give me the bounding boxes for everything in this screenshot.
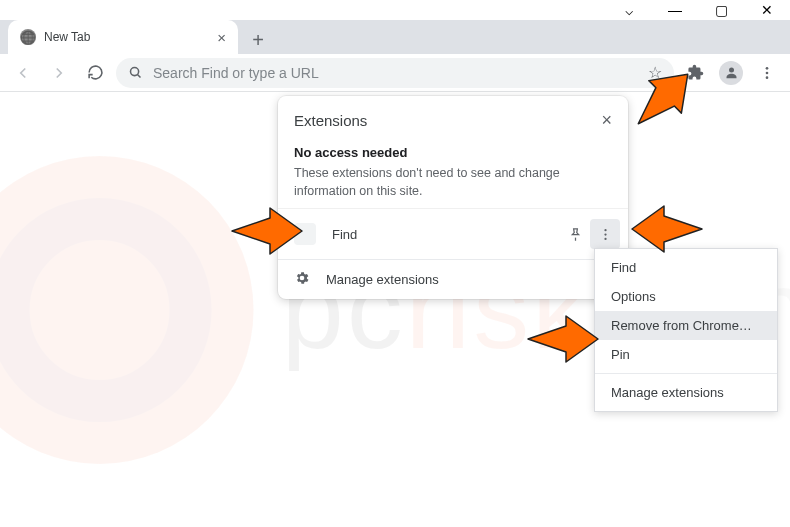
- svg-point-2: [766, 67, 769, 70]
- close-icon[interactable]: ×: [601, 110, 612, 131]
- extensions-popup: Extensions × No access needed These exte…: [278, 96, 628, 299]
- svg-point-3: [766, 71, 769, 74]
- ctx-item-pin[interactable]: Pin: [595, 340, 777, 369]
- svg-point-7: [604, 238, 606, 240]
- pin-icon: [568, 227, 583, 242]
- reload-icon: [87, 64, 104, 81]
- extension-row[interactable]: Find: [278, 208, 628, 259]
- extension-favicon: [294, 223, 316, 245]
- svg-point-6: [604, 233, 606, 235]
- omnibox-placeholder: Search Find or type a URL: [153, 65, 638, 81]
- kebab-icon: [598, 227, 613, 242]
- gear-icon: [294, 270, 310, 289]
- forward-icon: [50, 64, 68, 82]
- bookmark-star-icon[interactable]: ☆: [648, 63, 662, 82]
- search-icon: [128, 65, 143, 80]
- close-window-button[interactable]: ✕: [744, 0, 790, 20]
- new-tab-button[interactable]: +: [244, 26, 272, 54]
- extensions-button[interactable]: [680, 58, 710, 88]
- menu-button[interactable]: [752, 58, 782, 88]
- ctx-item-find[interactable]: Find: [595, 253, 777, 282]
- reload-button[interactable]: [80, 58, 110, 88]
- svg-point-1: [729, 68, 734, 73]
- profile-avatar-icon: [719, 61, 743, 85]
- window-controls: ⌵ — ▢ ✕: [606, 0, 790, 20]
- manage-extensions-label: Manage extensions: [326, 272, 439, 287]
- close-tab-icon[interactable]: ×: [217, 29, 226, 46]
- minimize-button[interactable]: —: [652, 0, 698, 20]
- extensions-section-heading: No access needed: [294, 145, 612, 160]
- maximize-button[interactable]: ▢: [698, 0, 744, 20]
- forward-button[interactable]: [44, 58, 74, 88]
- tab-strip: New Tab × +: [0, 20, 790, 54]
- caption-dropdown[interactable]: ⌵: [606, 0, 652, 20]
- kebab-icon: [759, 65, 775, 81]
- puzzle-icon: [687, 64, 704, 81]
- back-icon: [14, 64, 32, 82]
- svg-point-0: [131, 68, 139, 76]
- tab-title: New Tab: [44, 30, 209, 44]
- extension-name: Find: [332, 227, 560, 242]
- extensions-popup-footer[interactable]: Manage extensions: [278, 259, 628, 299]
- browser-tab[interactable]: New Tab ×: [8, 20, 238, 54]
- toolbar: Search Find or type a URL ☆: [0, 54, 790, 92]
- omnibox[interactable]: Search Find or type a URL ☆: [116, 58, 674, 88]
- back-button[interactable]: [8, 58, 38, 88]
- extension-more-button[interactable]: [590, 219, 620, 249]
- context-menu: Find Options Remove from Chrome… Pin Man…: [594, 248, 778, 412]
- ctx-item-remove[interactable]: Remove from Chrome…: [595, 311, 777, 340]
- svg-point-4: [766, 76, 769, 79]
- pin-extension-button[interactable]: [560, 219, 590, 249]
- profile-button[interactable]: [716, 58, 746, 88]
- ctx-item-options[interactable]: Options: [595, 282, 777, 311]
- ctx-separator: [595, 373, 777, 374]
- svg-point-5: [604, 229, 606, 231]
- globe-icon: [20, 29, 36, 45]
- ctx-item-manage[interactable]: Manage extensions: [595, 378, 777, 407]
- extensions-section-desc: These extensions don't need to see and c…: [294, 164, 612, 200]
- extensions-popup-title: Extensions: [294, 112, 367, 129]
